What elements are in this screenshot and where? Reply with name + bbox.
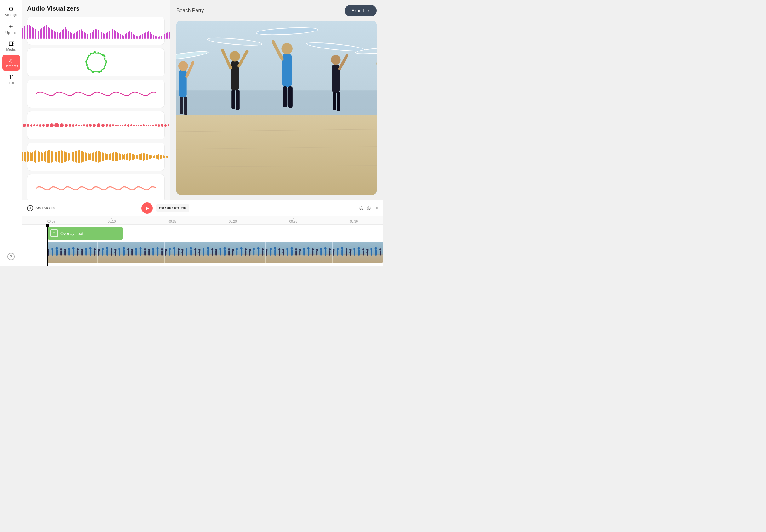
sidebar: ⚙ Settings + Upload 🖼 Media ♫ Elements T… <box>0 0 22 266</box>
svg-rect-312 <box>329 250 330 256</box>
svg-rect-178 <box>140 249 142 256</box>
visualizer-card-bars[interactable] <box>27 17 165 45</box>
video-track <box>47 242 383 263</box>
svg-rect-75 <box>180 97 183 114</box>
video-thumb <box>249 242 265 263</box>
svg-point-193 <box>161 248 163 250</box>
svg-rect-204 <box>178 250 179 256</box>
sidebar-item-settings[interactable]: ⚙ Settings <box>2 4 20 19</box>
svg-rect-98 <box>337 92 340 111</box>
svg-point-313 <box>329 248 331 250</box>
fit-button[interactable]: Fit <box>373 206 378 210</box>
sidebar-item-media[interactable]: 🖼 Media <box>2 38 20 54</box>
svg-rect-67 <box>176 115 377 195</box>
svg-point-273 <box>269 248 271 250</box>
svg-point-177 <box>135 248 137 250</box>
sidebar-item-text[interactable]: T Text <box>2 72 20 87</box>
svg-rect-135 <box>81 255 97 263</box>
video-thumb <box>232 242 248 263</box>
sidebar-item-upload[interactable]: + Upload <box>2 20 20 37</box>
add-media-button[interactable]: + Add Media <box>27 205 55 211</box>
svg-rect-272 <box>270 250 271 256</box>
viz-circle-svg <box>77 51 115 73</box>
svg-rect-207 <box>181 255 198 263</box>
playhead-head <box>46 224 49 227</box>
svg-rect-322 <box>341 249 343 256</box>
viz-orange-bars <box>22 149 170 165</box>
visualizer-card-dots[interactable] <box>27 111 165 139</box>
svg-point-241 <box>228 248 230 250</box>
visualizer-card-multiwave[interactable] <box>27 174 165 200</box>
svg-rect-190 <box>157 249 158 256</box>
svg-point-129 <box>68 248 70 250</box>
svg-point-301 <box>312 248 314 250</box>
svg-rect-171 <box>131 255 147 263</box>
content-area: Audio Visualizers <box>22 0 383 200</box>
svg-rect-111 <box>47 255 64 263</box>
viz-bars <box>22 23 170 39</box>
preview-title: Beach Party <box>176 8 204 14</box>
svg-rect-264 <box>262 250 263 256</box>
svg-point-323 <box>341 247 343 250</box>
zoom-in-button[interactable]: ⊕ <box>366 205 371 211</box>
svg-rect-164 <box>119 250 120 256</box>
video-thumb <box>332 242 349 263</box>
svg-rect-262 <box>258 249 259 256</box>
svg-rect-308 <box>320 250 321 256</box>
svg-point-165 <box>118 248 120 250</box>
text-icon: T <box>9 74 13 80</box>
timeline-area: + Add Media ▶ 00:00:00:00 ⊖ ⊕ Fit <box>22 200 383 266</box>
svg-point-275 <box>274 247 276 250</box>
ruler-mark-0: 00:05 <box>47 218 55 223</box>
svg-point-285 <box>286 248 288 250</box>
sidebar-item-help[interactable]: ? <box>2 250 20 263</box>
visualizer-card-circle[interactable] <box>27 48 165 76</box>
video-thumb <box>114 242 131 263</box>
timeline-tracks: 00:05 00:10 00:15 00:20 <box>22 216 383 266</box>
svg-rect-224 <box>203 250 204 256</box>
panel-title: Audio Visualizers <box>27 5 165 12</box>
svg-rect-120 <box>60 250 62 256</box>
svg-rect-128 <box>68 250 70 256</box>
overlay-clip[interactable]: T Overlay Text <box>47 227 123 240</box>
svg-point-203 <box>173 247 175 250</box>
svg-rect-73 <box>179 70 186 97</box>
svg-rect-130 <box>73 249 74 256</box>
sidebar-item-elements[interactable]: ♫ Elements <box>2 55 20 71</box>
playhead[interactable] <box>47 225 48 266</box>
svg-rect-286 <box>291 249 292 256</box>
timeline-ruler: 00:05 00:10 00:15 00:20 <box>22 216 383 225</box>
video-strip-inner <box>47 242 383 263</box>
export-button[interactable]: Export → <box>344 5 377 16</box>
visualizer-card-orange-bars[interactable] <box>27 143 165 171</box>
svg-point-213 <box>186 248 188 250</box>
play-button[interactable]: ▶ <box>141 202 153 214</box>
svg-rect-236 <box>219 250 221 256</box>
visualizer-card-wave[interactable] <box>27 80 165 108</box>
svg-point-55 <box>103 55 105 57</box>
add-media-icon: + <box>27 205 33 211</box>
video-strip[interactable] <box>47 242 383 263</box>
svg-rect-276 <box>279 250 280 256</box>
svg-rect-123 <box>64 255 80 263</box>
svg-point-60 <box>105 60 107 62</box>
svg-point-299 <box>307 247 309 250</box>
svg-rect-202 <box>173 249 175 256</box>
svg-point-191 <box>156 247 158 250</box>
svg-rect-310 <box>325 249 326 256</box>
svg-rect-219 <box>198 255 215 263</box>
svg-rect-152 <box>102 250 103 256</box>
svg-point-347 <box>374 247 377 250</box>
preview-header: Beach Party Export → <box>176 5 377 16</box>
svg-rect-183 <box>148 255 164 263</box>
svg-point-155 <box>106 247 108 250</box>
svg-point-28 <box>86 65 87 66</box>
zoom-out-button[interactable]: ⊖ <box>359 205 364 211</box>
svg-point-297 <box>303 248 305 250</box>
svg-point-217 <box>195 248 196 250</box>
svg-rect-348 <box>379 250 381 256</box>
svg-point-325 <box>345 248 347 250</box>
timecode-display: 00:00:00:00 <box>156 204 189 212</box>
svg-point-153 <box>102 248 104 250</box>
svg-rect-80 <box>230 61 239 90</box>
